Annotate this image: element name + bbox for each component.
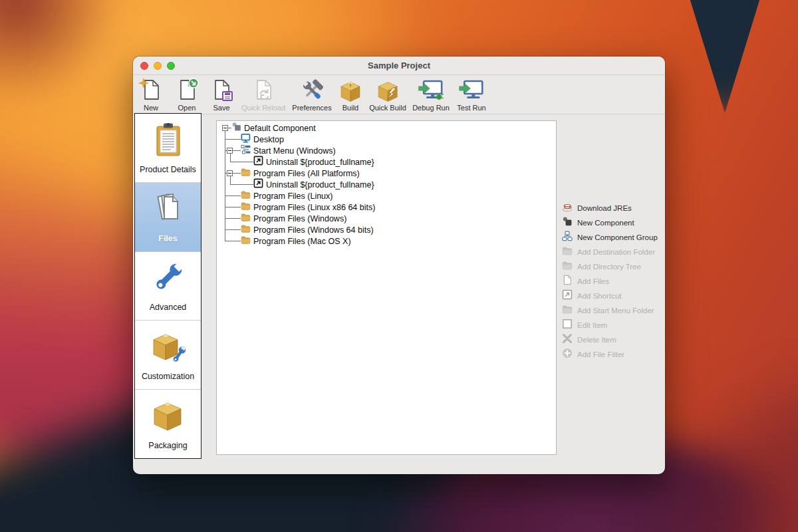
folder-gray-icon [562, 245, 573, 259]
tree-item-start-menu-windows[interactable]: Start Menu (Windows) [241, 145, 336, 156]
toolbar-button-label: Debug Run [412, 104, 450, 112]
sidebar-item-packaging[interactable]: Packaging [135, 390, 201, 458]
toolbar-button-label: Quick Reload [241, 104, 285, 112]
toolbar-button-label: Test Run [457, 104, 485, 112]
sidebar-item-advanced[interactable]: Advanced [135, 252, 201, 321]
tree-trunk-line [225, 131, 225, 241]
tree-expander-minus[interactable] [227, 148, 233, 154]
tree-item-label: Uninstall ${product_fullname} [266, 158, 374, 167]
shortcut-icon [253, 156, 263, 168]
tree-item-label: Program Files (Mac OS X) [253, 237, 351, 246]
tree-item-program-files-windows-64-bits[interactable]: Program Files (Windows 64 bits) [241, 224, 374, 235]
action-label: New Component [577, 219, 634, 227]
package-box-icon [338, 78, 363, 103]
action-add-files[interactable]: Add Files [562, 274, 658, 289]
toolbar-button-debug-run[interactable]: Debug Run [412, 78, 450, 112]
clipboard-icon [151, 122, 186, 160]
tree-connector [225, 207, 241, 207]
tree-expander-minus[interactable] [227, 170, 233, 176]
tree-item-program-files-linux[interactable]: Program Files (Linux) [241, 190, 332, 201]
tools-icon [299, 78, 325, 103]
toolbar-button-new[interactable]: New [138, 78, 164, 112]
toolbar-button-build[interactable]: Build [338, 78, 363, 112]
toolbar-button-save[interactable]: Save [209, 78, 234, 112]
delete-icon [562, 333, 573, 346]
tree-item-label: Program Files (All Platforms) [253, 169, 360, 178]
zoom-button[interactable] [167, 62, 175, 70]
monitor-debug-icon [417, 78, 445, 103]
action-label: Add Start Menu Folder [577, 307, 654, 315]
action-download-jres[interactable]: Download JREs [562, 201, 658, 215]
action-add-start-menu-folder[interactable]: Add Start Menu Folder [562, 303, 658, 318]
action-delete-item[interactable]: Delete Item [562, 332, 658, 347]
tree-expander-minus[interactable] [222, 125, 228, 131]
toolbar-button-label: Preferences [292, 104, 331, 112]
tree-item-program-files-linux-x86-64-bits[interactable]: Program Files (Linux x86 64 bits) [241, 201, 375, 213]
action-new-component[interactable]: New Component [562, 215, 658, 230]
toolbar-button-quick-build[interactable]: Quick Build [369, 78, 406, 112]
action-label: Add File Filter [577, 350, 624, 358]
tree-item-label: Start Menu (Windows) [253, 146, 336, 156]
tree-item-uninstall-product-fullname[interactable]: Uninstall ${product_fullname} [253, 179, 374, 190]
action-add-file-filter[interactable]: Add File Filter [562, 347, 658, 362]
toolbar-button-preferences[interactable]: Preferences [292, 78, 331, 112]
tree-connector [230, 176, 231, 184]
sidebar-item-label: Advanced [150, 303, 187, 312]
titlebar[interactable]: Sample Project [133, 57, 665, 75]
component-dark-icon [562, 216, 573, 229]
tree-connector [225, 196, 241, 196]
tree-item-program-files-mac-os-x[interactable]: Program Files (Mac OS X) [241, 235, 351, 247]
toolbar-button-label: Build [342, 104, 358, 112]
package-flash-icon [375, 78, 400, 103]
minimize-button[interactable] [154, 62, 162, 70]
close-button[interactable] [140, 62, 148, 70]
app-window: Sample Project New Open Save Quick Reloa… [133, 57, 665, 474]
quick-reload-icon [251, 78, 276, 103]
folder-icon [241, 235, 251, 247]
action-new-component-group[interactable]: New Component Group [562, 230, 658, 245]
tree-item-label: Default Component [244, 124, 316, 133]
action-add-shortcut[interactable]: Add Shortcut [562, 289, 658, 303]
box-wrench-icon [150, 329, 187, 367]
file-tree-panel[interactable]: Default Component Desktop Start Menu (Wi… [216, 120, 557, 455]
tree-connector [225, 218, 241, 219]
action-edit-item[interactable]: Edit Item [562, 318, 658, 332]
toolbar-button-test-run[interactable]: Test Run [457, 78, 485, 112]
action-label: Add Directory Tree [577, 263, 641, 271]
tree-item-label: Uninstall ${product_fullname} [266, 180, 374, 190]
file-gray-icon [562, 275, 573, 288]
tree-connector [230, 154, 231, 162]
tree-item-program-files-windows[interactable]: Program Files (Windows) [241, 213, 346, 224]
action-label: Delete Item [577, 336, 616, 344]
files-stack-icon [151, 191, 186, 229]
toolbar-button-label: Quick Build [369, 104, 406, 112]
tree-item-label: Desktop [253, 135, 284, 144]
folder-icon [241, 167, 251, 180]
box-icon [151, 398, 186, 436]
tree-connector [225, 229, 241, 230]
window-title: Sample Project [133, 57, 665, 74]
toolbar-button-quick-reload[interactable]: Quick Reload [241, 78, 285, 112]
toolbar-button-open[interactable]: Open [174, 78, 200, 112]
sidebar-item-label: Customization [142, 372, 194, 381]
sidebar-item-files[interactable]: Files [135, 183, 201, 252]
action-label: Download JREs [577, 204, 632, 212]
add-filter-icon [562, 348, 573, 361]
tree-item-default-component[interactable]: Default Component [231, 122, 316, 134]
open-document-icon [174, 78, 200, 103]
edit-icon [562, 319, 573, 332]
new-document-icon [138, 78, 164, 103]
action-add-directory-tree[interactable]: Add Directory Tree [562, 259, 658, 274]
tree-item-label: Program Files (Windows 64 bits) [253, 225, 374, 235]
action-label: Add Shortcut [577, 292, 621, 300]
folder-gray-icon [562, 304, 573, 317]
action-add-destination-folder[interactable]: Add Destination Folder [562, 245, 658, 259]
action-label: Edit Item [577, 321, 607, 329]
tree-item-uninstall-product-fullname[interactable]: Uninstall ${product_fullname} [253, 156, 374, 168]
sidebar-item-product-details[interactable]: Product Details [135, 114, 201, 183]
tree-connector [230, 184, 254, 185]
sidebar-item-customization[interactable]: Customization [135, 321, 201, 390]
tree-item-desktop[interactable]: Desktop [241, 134, 284, 145]
tree-item-label: Program Files (Linux x86 64 bits) [253, 203, 375, 212]
tree-item-program-files-all-platforms[interactable]: Program Files (All Platforms) [241, 168, 360, 179]
